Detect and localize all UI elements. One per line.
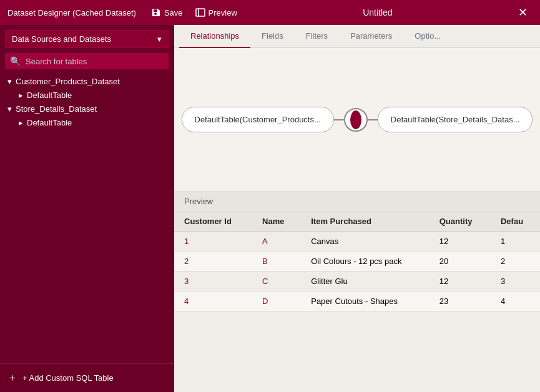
app-title: Dataset Designer (Cached Dataset) — [7, 8, 136, 17]
cell-id: 3 — [174, 272, 252, 292]
preview-icon — [195, 7, 205, 17]
datasource-dropdown[interactable]: Data Sources and Datasets ▾ — [5, 30, 169, 48]
cell-default: 3 — [491, 272, 540, 292]
tab-filters[interactable]: Filters — [295, 25, 339, 48]
cell-quantity: 23 — [430, 292, 491, 311]
plus-icon: ＋ — [7, 371, 17, 385]
tab-relationships[interactable]: Relationships — [179, 25, 250, 48]
cell-quantity: 20 — [430, 252, 491, 272]
title-actions: Save Preview — [146, 5, 242, 20]
tab-options[interactable]: Optio... — [403, 25, 452, 48]
preview-section: Preview Customer Id Name Item Purchased … — [174, 192, 540, 392]
diagram-area: DefaultTable(Customer_Products... Defaul… — [174, 48, 540, 192]
cell-default: 1 — [491, 232, 540, 252]
save-label: Save — [164, 8, 183, 17]
cell-item: Paper Cutouts - Shapes — [301, 292, 430, 311]
tabs-bar: Relationships Fields Filters Parameters … — [174, 25, 540, 48]
close-button[interactable]: ✕ — [513, 6, 533, 19]
cell-id: 4 — [174, 292, 252, 311]
dataset-label-store: Store_Details_Dataset — [16, 104, 97, 114]
chevron-down-icon: ▾ — [7, 77, 12, 86]
cell-name: D — [252, 292, 301, 311]
chevron-down-icon: ▾ — [157, 34, 162, 44]
col-customer-id: Customer Id — [174, 212, 252, 232]
table-row: 3 C Glitter Glu 12 3 — [174, 272, 540, 292]
join-symbol — [344, 108, 368, 132]
col-quantity: Quantity — [430, 212, 491, 232]
tab-fields[interactable]: Fields — [250, 25, 295, 48]
dataset-label-customer: Customer_Products_Dataset — [16, 77, 120, 86]
chevron-down-icon: ▾ — [7, 104, 12, 114]
col-item-purchased: Item Purchased — [301, 212, 430, 232]
save-icon — [151, 7, 161, 17]
col-default: Defau — [491, 212, 540, 232]
right-table-label: DefaultTable(Store_Details_Datas... — [391, 115, 520, 124]
window-title: Untitled — [252, 7, 503, 17]
table-row: 4 D Paper Cutouts - Shapes 23 4 — [174, 292, 540, 311]
cell-name: B — [252, 252, 301, 272]
table-row: 1 A Canvas 12 1 — [174, 232, 540, 252]
left-table-box[interactable]: DefaultTable(Customer_Products... — [182, 107, 334, 132]
add-custom-sql-button[interactable]: ＋ + Add Custom SQL Table — [0, 363, 174, 392]
relationship-diagram: DefaultTable(Customer_Products... Defaul… — [182, 107, 533, 132]
table-header-row: Customer Id Name Item Purchased Quantity… — [174, 212, 540, 232]
col-name: Name — [252, 212, 301, 232]
preview-label: Preview — [174, 192, 540, 212]
relationship-connector — [334, 108, 378, 132]
tree-table-customer-default[interactable]: ▸ DefaultTable — [0, 89, 174, 102]
cell-id: 1 — [174, 232, 252, 252]
cell-quantity: 12 — [430, 232, 491, 252]
right-table-box[interactable]: DefaultTable(Store_Details_Datas... — [378, 107, 533, 132]
connector-line-right — [368, 119, 378, 120]
table-label: DefaultTable — [27, 118, 72, 127]
cell-id: 2 — [174, 252, 252, 272]
table-icon: ▸ — [19, 91, 23, 100]
table-row: 2 B Oil Colours - 12 pcs pack 20 2 — [174, 252, 540, 272]
preview-label: Preview — [209, 8, 237, 17]
join-symbol-inner — [350, 110, 361, 129]
tree-table-store-default[interactable]: ▸ DefaultTable — [0, 116, 174, 129]
connector-line-left — [334, 119, 344, 120]
sidebar: Data Sources and Datasets ▾ 🔍 ▾ Customer… — [0, 25, 174, 392]
cell-default: 4 — [491, 292, 540, 311]
search-icon: 🔍 — [10, 56, 21, 66]
cell-name: A — [252, 232, 301, 252]
svg-rect-0 — [196, 9, 205, 16]
table-icon: ▸ — [19, 118, 23, 127]
cell-item: Glitter Glu — [301, 272, 430, 292]
search-input[interactable] — [26, 57, 164, 66]
tab-parameters[interactable]: Parameters — [339, 25, 403, 48]
main-layout: Data Sources and Datasets ▾ 🔍 ▾ Customer… — [0, 25, 540, 392]
cell-default: 2 — [491, 252, 540, 272]
table-label: DefaultTable — [27, 91, 72, 100]
save-button[interactable]: Save — [146, 5, 188, 20]
search-bar: 🔍 — [5, 53, 169, 69]
tree-group-customer[interactable]: ▾ Customer_Products_Dataset — [0, 74, 174, 89]
title-bar: Dataset Designer (Cached Dataset) Save P… — [0, 0, 540, 25]
add-sql-label: + Add Custom SQL Table — [22, 373, 114, 383]
cell-item: Canvas — [301, 232, 430, 252]
preview-button[interactable]: Preview — [190, 5, 242, 20]
left-table-label: DefaultTable(Customer_Products... — [195, 115, 321, 124]
preview-table: Customer Id Name Item Purchased Quantity… — [174, 212, 540, 311]
cell-item: Oil Colours - 12 pcs pack — [301, 252, 430, 272]
cell-quantity: 12 — [430, 272, 491, 292]
datasource-dropdown-label: Data Sources and Datasets — [12, 34, 111, 44]
right-panel: Relationships Fields Filters Parameters … — [174, 25, 540, 392]
cell-name: C — [252, 272, 301, 292]
tree-group-store[interactable]: ▾ Store_Details_Dataset — [0, 102, 174, 116]
